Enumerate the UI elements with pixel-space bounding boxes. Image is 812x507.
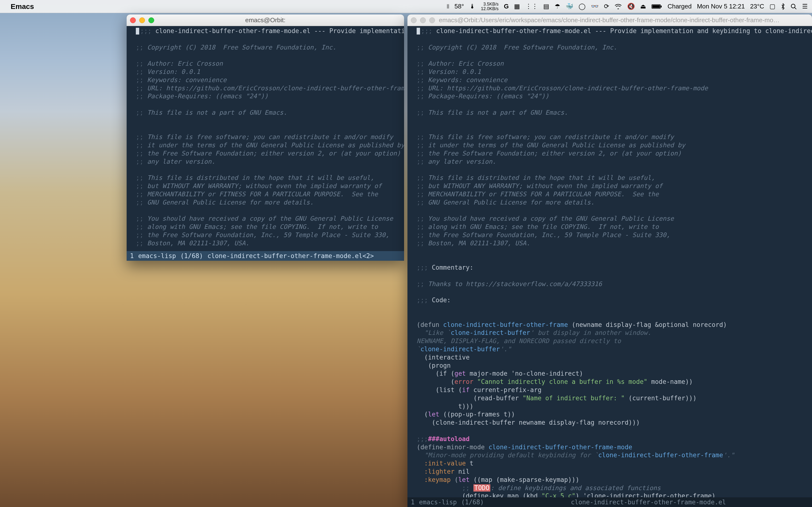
net-up: 3.5KB/s [481, 2, 499, 6]
buffer-name: clone-indirect-buffer-other-frame-mode.e… [207, 252, 374, 260]
sync-icon[interactable]: ⟳ [604, 3, 609, 10]
menubar-right: ⫴ 58° 🌡 3.5KB/s 12.0KB/s G ▦ ⋮⋮ ▤ ☂ 🐳 ◯ … [447, 2, 808, 11]
minimize-icon[interactable] [420, 17, 426, 23]
svg-point-3 [791, 4, 795, 8]
buffer-area[interactable]: ;;; clone-indirect-buffer-other-frame-mo… [407, 26, 812, 497]
zoom-icon[interactable] [148, 17, 154, 23]
menu-extra-icon[interactable]: ⋮⋮ [525, 3, 538, 10]
major-mode: emacs-lisp [138, 252, 176, 260]
svg-line-4 [795, 7, 796, 9]
position: (1/68) [180, 252, 203, 260]
wifi-icon[interactable] [615, 4, 622, 9]
network-rate[interactable]: 3.5KB/s 12.0KB/s [481, 2, 499, 11]
code-content[interactable]: ;;; clone-indirect-buffer-other-frame-mo… [416, 26, 812, 497]
battery-label: Charged [667, 3, 692, 10]
grid-icon[interactable]: ▦ [514, 3, 520, 10]
control-center-icon[interactable]: ☰ [802, 3, 808, 10]
search-icon[interactable] [791, 3, 797, 10]
menubar-clock[interactable]: Mon Nov 5 12:21 [697, 3, 745, 10]
menu-temp-right[interactable]: 23°C [750, 3, 764, 10]
close-icon[interactable] [130, 17, 136, 23]
battery-icon[interactable] [652, 4, 662, 9]
major-mode: emacs-lisp [419, 499, 457, 506]
svg-rect-1 [661, 6, 662, 7]
svg-rect-2 [652, 5, 660, 8]
titlebar[interactable]: emacs@Orbit:/Users/eric/workspace/emacs/… [407, 14, 812, 26]
close-icon[interactable] [411, 17, 417, 23]
fringe [407, 26, 416, 497]
code-content[interactable]: ;;; clone-indirect-buffer-other-frame-mo… [135, 26, 404, 251]
thermometer-icon[interactable]: 🌡 [469, 3, 475, 10]
active-app-name[interactable]: Emacs [11, 2, 34, 11]
window-title: emacs@Orbit: [126, 16, 404, 24]
bluetooth-icon[interactable] [781, 3, 785, 10]
airplay-icon[interactable]: ▢ [769, 3, 775, 10]
position: (1/68) [461, 499, 484, 506]
emacs-frame-right: emacs@Orbit:/Users/eric/workspace/emacs/… [407, 14, 812, 507]
glasses-icon[interactable]: 👓 [591, 3, 599, 10]
istat-icon[interactable]: ⫴ [447, 3, 449, 10]
traffic-lights [411, 17, 435, 23]
net-down: 12.0KB/s [481, 6, 499, 11]
outdoor-temp[interactable]: 58° [455, 3, 464, 10]
menubar-left: Emacs [4, 2, 34, 11]
logitech-icon[interactable]: G [504, 3, 509, 10]
docker-icon[interactable]: 🐳 [565, 3, 573, 10]
macos-menubar: Emacs ⫴ 58° 🌡 3.5KB/s 12.0KB/s G ▦ ⋮⋮ ▤ … [0, 0, 812, 13]
fringe [126, 26, 135, 251]
titlebar[interactable]: emacs@Orbit: [126, 14, 404, 26]
traffic-lights [130, 17, 154, 23]
zoom-icon[interactable] [429, 17, 435, 23]
buffer-area[interactable]: ;;; clone-indirect-buffer-other-frame-mo… [126, 26, 404, 251]
menu-extra-icon[interactable]: ▤ [543, 3, 549, 10]
emacs-frame-left: emacs@Orbit: ;;; clone-indirect-buffer-o… [126, 14, 404, 261]
mode-line[interactable]: 1 emacs-lisp (1/68) clone-indirect-buffe… [126, 251, 404, 261]
mode-line[interactable]: 1 emacs-lisp (1/68) clone-indirect-buffe… [407, 497, 812, 507]
eject-icon[interactable]: ⏏ [640, 3, 646, 10]
circle-icon[interactable]: ◯ [578, 3, 586, 10]
umbrella-icon[interactable]: ☂ [555, 3, 560, 10]
buffer-name: clone-indirect-buffer-other-frame-mode.e… [488, 499, 809, 506]
line-number: 1 [411, 499, 415, 506]
line-number: 1 [130, 252, 134, 260]
window-title: emacs@Orbit:/Users/eric/workspace/emacs/… [407, 16, 812, 24]
minimize-icon[interactable] [139, 17, 145, 23]
volume-mute-icon[interactable]: 🔇 [627, 3, 635, 10]
